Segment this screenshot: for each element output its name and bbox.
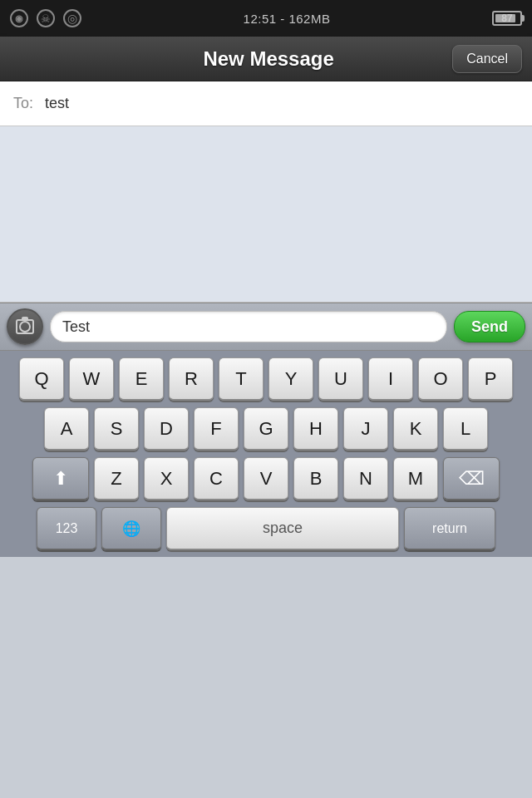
battery-text: 87: [501, 12, 512, 24]
key-x[interactable]: X: [144, 457, 189, 500]
key-k[interactable]: K: [393, 407, 438, 451]
battery-box: 87: [492, 11, 522, 26]
key-v[interactable]: V: [244, 457, 288, 500]
key-l[interactable]: L: [443, 407, 488, 451]
key-space[interactable]: space: [166, 507, 399, 550]
target-icon: ◎: [63, 9, 81, 27]
key-f[interactable]: F: [194, 407, 239, 451]
key-r[interactable]: R: [169, 357, 214, 401]
send-button[interactable]: Send: [454, 311, 525, 342]
status-time: 12:51 - 162MB: [244, 12, 331, 26]
nav-title: New Message: [85, 47, 452, 71]
key-b[interactable]: B: [293, 457, 338, 500]
key-p[interactable]: P: [468, 357, 513, 401]
key-y[interactable]: Y: [268, 357, 313, 401]
camera-button[interactable]: [7, 308, 43, 345]
nav-bar: New Message Cancel: [0, 37, 532, 81]
battery-indicator: 87: [492, 11, 522, 26]
skull-icon: [37, 9, 55, 27]
to-field: To: test: [0, 81, 532, 126]
message-input[interactable]: [50, 311, 447, 342]
key-globe[interactable]: 🌐: [101, 507, 161, 550]
key-n[interactable]: N: [343, 457, 388, 500]
key-j[interactable]: J: [343, 407, 388, 451]
key-d[interactable]: D: [144, 407, 189, 451]
key-q[interactable]: Q: [19, 357, 64, 401]
key-return[interactable]: return: [404, 507, 495, 550]
keyboard-row-bottom: 123 🌐 space return: [0, 507, 532, 557]
key-shift[interactable]: ⬆: [32, 457, 89, 500]
to-label: To:: [13, 95, 38, 112]
status-bar: ◉ ◎ 12:51 - 162MB 87: [0, 0, 532, 37]
key-numbers[interactable]: 123: [37, 507, 96, 550]
key-h[interactable]: H: [293, 407, 338, 451]
key-i[interactable]: I: [368, 357, 413, 401]
key-g[interactable]: G: [244, 407, 288, 451]
keyboard-row-3: ⬆ Z X C V B N M ⌫: [0, 457, 532, 500]
input-bar: Send: [0, 303, 532, 351]
key-z[interactable]: Z: [94, 457, 139, 500]
key-u[interactable]: U: [318, 357, 363, 401]
cancel-button[interactable]: Cancel: [452, 45, 522, 73]
key-c[interactable]: C: [194, 457, 239, 500]
status-icon-1: ◉: [10, 9, 28, 27]
keyboard: Q W E R T Y U I O P A S D F G H J K L ⬆ …: [0, 351, 532, 557]
to-value[interactable]: test: [45, 95, 69, 112]
key-w[interactable]: W: [69, 357, 114, 401]
key-m[interactable]: M: [393, 457, 438, 500]
key-s[interactable]: S: [94, 407, 139, 451]
key-t[interactable]: T: [219, 357, 264, 401]
status-icons: ◉ ◎: [10, 9, 81, 27]
message-area[interactable]: [0, 126, 532, 303]
keyboard-row-1: Q W E R T Y U I O P: [0, 357, 532, 401]
key-delete[interactable]: ⌫: [443, 457, 500, 500]
camera-icon: [16, 319, 34, 334]
keyboard-row-2: A S D F G H J K L: [0, 407, 532, 451]
key-o[interactable]: O: [418, 357, 463, 401]
key-e[interactable]: E: [119, 357, 164, 401]
key-a[interactable]: A: [44, 407, 89, 451]
